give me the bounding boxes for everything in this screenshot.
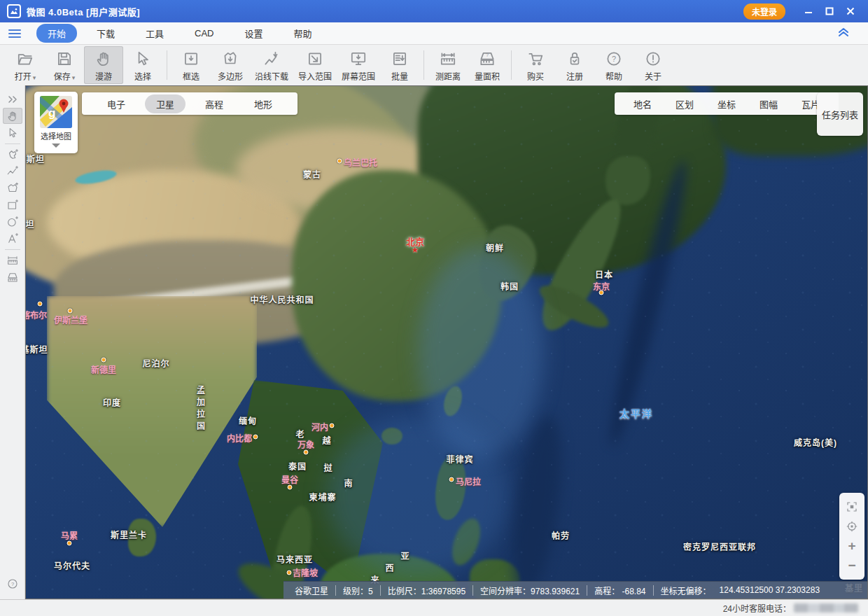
tab-districts[interactable]: 区划: [666, 94, 704, 113]
map-label-country: 越: [322, 434, 331, 446]
city-dot: [330, 424, 335, 428]
draw-polygon-icon[interactable]: [3, 180, 22, 196]
draw-rectangle-icon[interactable]: [3, 197, 22, 213]
sidebar-help-icon[interactable]: ?: [3, 575, 22, 592]
city-dot: [68, 309, 73, 314]
toolbar-button-screen-extent[interactable]: 屏幕范围: [337, 46, 380, 84]
map-controls: + −: [839, 493, 864, 580]
toolbar-button-measure-area[interactable]: ? 量面积: [468, 46, 507, 84]
menu-item-tools[interactable]: 工具: [134, 24, 175, 43]
map-label-city: 喀布尔: [25, 309, 47, 321]
menu-item-help[interactable]: 帮助: [283, 24, 323, 43]
toolbar-button-pan[interactable]: 漫游: [84, 46, 123, 84]
coords-offset-label: 坐标无偏移：: [661, 584, 711, 596]
import-extent-icon: [306, 49, 324, 69]
tab-place-names[interactable]: 地名: [624, 94, 662, 113]
city-dot: [102, 358, 106, 363]
coords-value: 124.45312500 37.2303283: [720, 585, 820, 595]
draw-polyline-icon[interactable]: [3, 163, 22, 179]
map-label-country: 南: [344, 477, 353, 489]
expand-panel-icon[interactable]: [3, 91, 22, 107]
tab-satellite-map[interactable]: 卫星: [145, 94, 186, 113]
info-tabs: 地名 区划 坐标 图幅 瓦片: [615, 92, 839, 115]
toolbar-button-about[interactable]: 关于: [634, 46, 673, 84]
tab-map-sheets[interactable]: 图幅: [750, 94, 788, 113]
sidebar-pan-hand-icon[interactable]: [3, 108, 22, 124]
menu-item-start[interactable]: 开始: [36, 24, 77, 43]
draw-circle-icon[interactable]: [3, 214, 22, 230]
zoom-in-button[interactable]: +: [844, 538, 860, 554]
maximize-button[interactable]: [819, 4, 840, 19]
menu-item-download[interactable]: 下载: [85, 24, 126, 43]
zoom-level-status: 级别：5: [343, 584, 373, 596]
map-label-city: 曼谷: [281, 473, 298, 485]
map-label-country: 西: [385, 561, 394, 573]
menu-item-settings[interactable]: 设置: [234, 24, 274, 43]
locate-target-icon[interactable]: [844, 518, 860, 535]
toolbar-button-box-select[interactable]: 框选: [172, 46, 211, 84]
map-label-country: 斯坦: [27, 153, 45, 164]
close-button[interactable]: [840, 4, 861, 19]
toolbar-button-select[interactable]: 选择: [123, 46, 162, 84]
toolbar-button-open[interactable]: 打开▾: [6, 46, 45, 84]
toolbar: 打开▾ 保存▾ 漫游 选择 框选 多边形 沿线下载 导入范围: [0, 45, 868, 85]
add-text-icon[interactable]: [3, 230, 22, 246]
tab-coordinates[interactable]: 坐标: [708, 94, 746, 113]
fullscreen-icon[interactable]: [844, 498, 860, 515]
menubar: 开始 下载 工具 CAD 设置 帮助: [0, 22, 868, 45]
map-label-country: 尼泊尔: [142, 357, 169, 369]
city-dot: [38, 302, 43, 307]
base-layer-tabs: 电子 卫星 高程 地形: [82, 92, 298, 115]
toolbar-button-save[interactable]: 保存▾: [45, 46, 84, 84]
sidebar-select-cursor-icon[interactable]: [3, 125, 22, 141]
map-label-country: 挝: [323, 461, 332, 473]
map-label-city: 新德里: [91, 363, 116, 375]
pan-hand-icon: [94, 49, 113, 69]
collapse-toolbar-icon[interactable]: [837, 27, 850, 40]
map-label-country: 密克罗尼西亚联邦: [683, 540, 756, 552]
svg-text:g: g: [48, 106, 55, 120]
minimize-button[interactable]: [798, 4, 819, 19]
map-label-city: 东京: [593, 280, 610, 292]
task-list-button[interactable]: 任务列表: [817, 92, 863, 136]
batch-list-icon: [391, 49, 409, 69]
app-logo-icon: [7, 4, 21, 18]
hamburger-menu-icon[interactable]: [8, 29, 21, 38]
shopping-cart-icon: [526, 49, 545, 69]
map-source-selector[interactable]: g 选择地图: [34, 92, 78, 153]
measure-distance-icon: [439, 49, 457, 69]
tab-vector-map[interactable]: 电子: [96, 94, 136, 113]
measure-area-icon: ?: [478, 49, 496, 69]
sidebar-measure-area-icon[interactable]: [3, 269, 22, 285]
sidebar-measure-distance-icon[interactable]: [3, 252, 22, 268]
map-label-country: 韩国: [500, 280, 519, 292]
map-label-country: 基斯坦: [25, 343, 48, 355]
screen-extent-icon: [349, 49, 368, 69]
toolbar-button-batch[interactable]: 批量: [380, 46, 419, 84]
login-status-badge[interactable]: 未登录: [743, 4, 785, 20]
map-label-country: 马尔代夫: [54, 559, 90, 571]
map-source-status: 谷歌卫星: [295, 584, 328, 596]
svg-text:?: ?: [612, 54, 616, 62]
toolbar-button-help[interactable]: ? 帮助: [594, 46, 634, 84]
help-circle-icon: ?: [605, 49, 623, 69]
map-label-country: 菲律宾: [446, 453, 473, 465]
draw-freeform-icon[interactable]: [3, 146, 22, 162]
satellite-map[interactable]: 斯坦坦蒙古中华人民共和国朝鲜韩国日本基斯坦尼泊尔印度孟加拉国缅甸老挝越南泰国柬埔…: [25, 85, 868, 599]
toolbar-button-polygon[interactable]: 多边形: [211, 46, 250, 84]
zoom-out-button[interactable]: −: [844, 557, 860, 574]
google-maps-logo-icon: g: [40, 96, 72, 128]
map-labels: 斯坦坦蒙古中华人民共和国朝鲜韩国日本基斯坦尼泊尔印度孟加拉国缅甸老挝越南泰国柬埔…: [26, 86, 867, 598]
polyline-download-icon: [262, 49, 281, 69]
map-label-city: 万象: [298, 438, 314, 450]
map-label-city: 吉隆坡: [293, 566, 318, 578]
chevron-down-icon: [52, 144, 60, 148]
menu-item-cad[interactable]: CAD: [183, 25, 225, 41]
tab-terrain-map[interactable]: 地形: [243, 94, 284, 113]
tab-elevation-map[interactable]: 高程: [194, 94, 234, 113]
toolbar-button-register[interactable]: 注册: [555, 46, 594, 84]
toolbar-button-buy[interactable]: 购买: [516, 46, 555, 84]
toolbar-button-along-line[interactable]: 沿线下载: [250, 46, 293, 84]
toolbar-button-measure-distance[interactable]: 测距离: [428, 46, 468, 84]
toolbar-button-import-extent[interactable]: 导入范围: [293, 46, 337, 84]
